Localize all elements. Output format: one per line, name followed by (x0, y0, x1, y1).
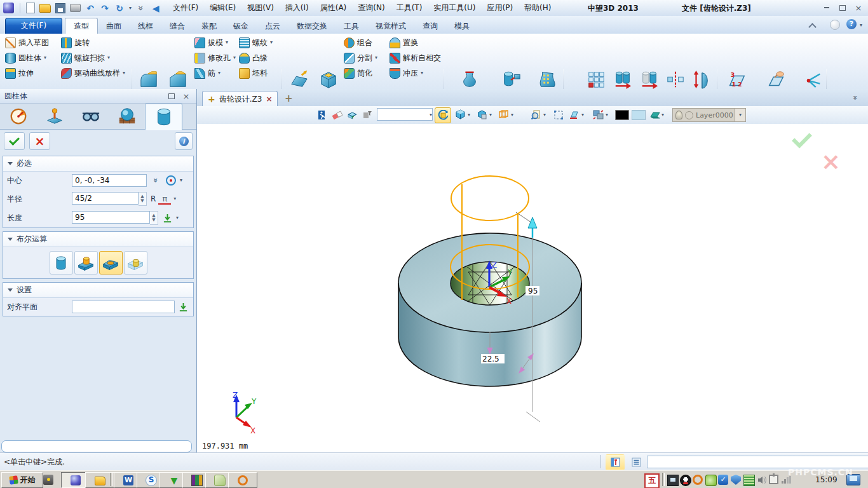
bubble-icon[interactable] (830, 20, 840, 30)
image-swap-icon[interactable] (592, 108, 605, 121)
ribbon-btn-spiral-sweep[interactable]: 螺旋扫掠 ▾ (61, 51, 110, 64)
edge-color-swatch[interactable] (615, 110, 629, 120)
tab-inquire[interactable]: 查询 (414, 18, 446, 34)
menu-edit[interactable]: 编辑(E) (204, 1, 241, 15)
expression-pi-icon[interactable]: π (158, 193, 171, 205)
section-header[interactable]: 设置 (3, 283, 193, 298)
spinner[interactable]: ▲▼ (139, 192, 147, 206)
customize-toolbar-icon[interactable]: » (136, 3, 146, 13)
command-list-button[interactable] (627, 454, 646, 470)
refresh-dropdown-icon[interactable]: ▾ (129, 6, 132, 11)
filter-combobox[interactable] (377, 108, 433, 121)
ribbon-btn-draft[interactable]: 拔模 ▾ (194, 36, 228, 49)
command-input[interactable] (647, 456, 868, 468)
menu-help[interactable]: 帮助(H) (519, 1, 557, 15)
tab-preview-glasses-icon[interactable] (72, 104, 109, 129)
dropdown-arrow-icon[interactable]: ▾ (123, 71, 125, 76)
dropdown-arrow-icon[interactable]: ▾ (180, 178, 182, 183)
ribbon-btn-modify-hole[interactable]: 修改孔 ▾ (194, 51, 236, 64)
tray-plug-icon[interactable] (769, 475, 778, 484)
tab-tools[interactable]: 工具 (336, 18, 367, 34)
start-button[interactable]: 开始 (1, 472, 43, 488)
spinner[interactable]: ▲▼ (150, 211, 158, 225)
dropdown-arrow-icon[interactable]: ▾ (421, 71, 423, 76)
radius-input[interactable] (72, 192, 139, 205)
tab-dataexchange[interactable]: 数据交换 (288, 18, 336, 34)
cancel-button[interactable]: × (29, 132, 50, 150)
help-icon[interactable]: ? (846, 19, 857, 29)
redo-icon[interactable]: ↷ (100, 3, 110, 13)
face-display-icon[interactable] (648, 108, 661, 121)
dropdown-arrow-icon[interactable]: ▾ (226, 40, 228, 45)
ime-wubi-icon[interactable]: 五 (644, 473, 660, 488)
dropdown-arrow-icon[interactable]: ▾ (270, 40, 273, 45)
shaded-view-icon[interactable] (454, 108, 467, 121)
new-document-icon[interactable] (26, 3, 35, 13)
face-color-swatch[interactable] (632, 110, 646, 120)
menu-tools[interactable]: 工具(T) (391, 1, 428, 15)
dropdown-arrow-icon[interactable]: ▾ (218, 71, 220, 76)
tray-check-shield-icon[interactable]: ✓ (718, 475, 728, 485)
eraser-icon[interactable] (330, 108, 344, 121)
menu-file[interactable]: 文件(F) (167, 1, 204, 15)
ribbon-btn-cylinder[interactable]: 圆柱体 ▾ (5, 51, 46, 64)
dropdown-arrow-icon[interactable]: ▾ (489, 112, 492, 118)
dropdown-arrow-icon[interactable]: ▾ (375, 55, 377, 60)
frame-select-icon[interactable] (552, 108, 565, 121)
tab-assembly[interactable]: 装配 (193, 18, 225, 34)
ribbon-btn-split[interactable]: 分割 ▾ (344, 51, 377, 64)
tray-shield-icon[interactable] (731, 475, 741, 485)
center-input[interactable] (72, 174, 147, 187)
tab-mold[interactable]: 模具 (446, 18, 478, 34)
zoom-document-icon[interactable] (529, 108, 543, 121)
ribbon-btn-flange[interactable]: 凸缘 (239, 51, 268, 64)
tab-overflow-icon[interactable]: » (851, 95, 860, 100)
tab-cylinder-icon[interactable] (145, 104, 182, 130)
tray-speaker-icon[interactable] (757, 476, 766, 486)
point-picker-icon[interactable] (165, 174, 177, 187)
ribbon-btn-rib[interactable]: 筋 ▾ (194, 67, 220, 79)
length-input[interactable] (72, 211, 150, 224)
boolean-intersect-button[interactable] (124, 251, 147, 274)
tab-sew[interactable]: 缝合 (161, 18, 193, 34)
open-file-icon[interactable] (39, 4, 51, 13)
sketch-plane-icon[interactable] (567, 108, 581, 121)
boolean-remove-button[interactable] (99, 251, 123, 274)
tab-render-sphere-icon[interactable] (109, 104, 145, 129)
ribbon-btn-resolve-selfintersection[interactable]: 解析自相交 (390, 51, 441, 64)
collapse-left-icon[interactable]: ◀ (151, 3, 161, 13)
dropdown-arrow-icon[interactable]: ▾ (176, 215, 179, 220)
tray-monitor-icon[interactable] (667, 475, 679, 486)
ribbon-btn-insert-sketch[interactable]: 插入草图 (5, 36, 49, 49)
boolean-add-button[interactable] (74, 251, 98, 274)
tab-close-icon[interactable]: × (266, 95, 272, 104)
tray-person-icon[interactable] (693, 475, 703, 485)
tray-grid-icon[interactable] (743, 475, 755, 486)
ribbon-btn-combine[interactable]: 组合 (344, 36, 372, 49)
section-view-icon[interactable] (475, 108, 489, 121)
ribbon-btn-punch[interactable]: 冲压 ▾ (390, 67, 423, 79)
menu-inquire[interactable]: 查询(N) (352, 1, 390, 15)
tab-shape[interactable]: 造型 (65, 18, 98, 34)
tab-sheetmetal[interactable]: 钣金 (225, 18, 257, 34)
minimize-button[interactable] (821, 3, 832, 12)
section-header[interactable]: 必选 (3, 156, 193, 172)
layer-circle-icon[interactable] (685, 111, 693, 119)
tray-qq-icon[interactable] (680, 475, 691, 486)
toolbox-panel-button[interactable] (606, 454, 625, 470)
tab-wireframe[interactable]: 线框 (130, 18, 161, 34)
help-dropdown-icon[interactable]: ▾ (860, 23, 862, 28)
section-header[interactable]: 布尔运算 (3, 232, 193, 247)
ribbon-btn-thread[interactable]: 螺纹 ▾ (239, 36, 273, 49)
align-plane-input[interactable] (72, 301, 175, 313)
selection-filter-icon[interactable] (360, 108, 374, 121)
menu-view[interactable]: 视图(V) (241, 1, 280, 15)
ok-button[interactable] (4, 132, 25, 150)
menu-utilities[interactable]: 实用工具(U) (428, 1, 481, 15)
ribbon-btn-simplify[interactable]: 简化 (344, 67, 372, 79)
screenshot-tool-icon[interactable] (43, 475, 53, 485)
tab-history-dial-icon[interactable] (0, 104, 36, 129)
ribbon-btn-extrude[interactable]: 拉伸 (5, 67, 34, 79)
show-desktop-icon[interactable] (846, 474, 860, 485)
tab-visualstyle[interactable]: 视觉样式 (367, 18, 414, 34)
